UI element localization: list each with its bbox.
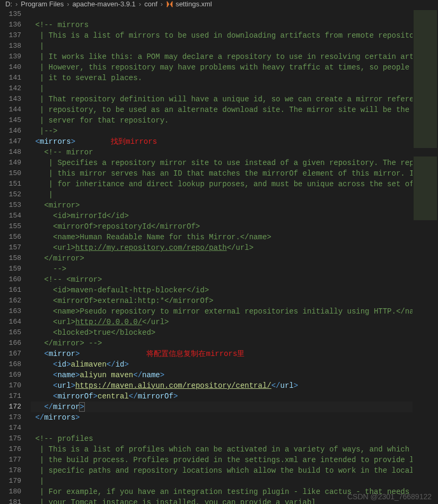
line-number: 155 <box>0 221 21 232</box>
line-number: 135 <box>0 9 21 20</box>
code-line[interactable]: <id>maven-default-http-blocker</id> <box>31 285 413 296</box>
line-number: 153 <box>0 200 21 211</box>
code-line[interactable]: | Specifies a repository mirror site to … <box>31 158 413 168</box>
line-number: 159 <box>0 264 21 274</box>
line-number: 176 <box>0 444 21 455</box>
line-number: 181 <box>0 497 21 504</box>
line-number: 138 <box>0 41 21 51</box>
code-editor-area[interactable]: <!-- mirrors | This is a list of mirrors… <box>31 8 413 504</box>
line-number: 179 <box>0 476 21 486</box>
code-line[interactable]: | However, this repository may have prob… <box>31 62 413 73</box>
line-number: 161 <box>0 285 21 296</box>
code-line[interactable]: | <box>31 189 413 200</box>
code-line[interactable]: </mirror> <box>31 253 413 264</box>
code-line[interactable]: <mirrorOf>central</mirrorOf> <box>31 391 413 402</box>
line-number: 173 <box>0 412 21 423</box>
line-number: 147 <box>0 136 21 147</box>
code-line[interactable]: | this mirror serves has an ID that matc… <box>31 168 413 179</box>
line-number: 144 <box>0 105 21 115</box>
code-line[interactable]: | specific paths and repository location… <box>31 465 413 476</box>
code-line[interactable]: | the build process. Profiles provided i… <box>31 455 413 465</box>
line-number: 137 <box>0 30 21 41</box>
code-line[interactable]: | This is a list of mirrors to be used i… <box>31 30 413 41</box>
line-number: 177 <box>0 455 21 465</box>
line-number: 164 <box>0 317 21 327</box>
code-line[interactable]: <mirror> <box>31 200 413 211</box>
line-number: 139 <box>0 51 21 62</box>
line-number: 150 <box>0 168 21 179</box>
code-line[interactable]: <!-- mirror <box>31 147 413 158</box>
line-number: 141 <box>0 73 21 83</box>
code-line[interactable]: <id>alimaven</id> <box>31 359 413 370</box>
code-line[interactable] <box>31 423 413 433</box>
code-line[interactable]: | <box>31 41 413 51</box>
code-line[interactable]: | <box>31 476 413 486</box>
line-number: 148 <box>0 147 21 158</box>
line-number: 143 <box>0 94 21 105</box>
code-line[interactable]: | That repository definition will have a… <box>31 94 413 105</box>
line-number: 152 <box>0 189 21 200</box>
code-line[interactable]: <url>https://maven.aliyun.com/repository… <box>31 380 413 391</box>
minimap[interactable] <box>413 8 438 504</box>
line-number: 140 <box>0 62 21 73</box>
code-line[interactable]: <!-- profiles <box>31 433 413 444</box>
breadcrumb[interactable]: D:› Program Files› apache-maven-3.9.1› c… <box>0 0 438 8</box>
code-line[interactable]: </mirror> --> <box>31 338 413 349</box>
line-number: 160 <box>0 274 21 285</box>
code-line[interactable]: | repository, to be used as an alternate… <box>31 105 413 115</box>
code-line[interactable]: </mirror> <box>31 402 413 412</box>
code-line[interactable]: <mirrorOf>external:http:*</mirrorOf> <box>31 296 413 306</box>
code-line[interactable]: | This is a list of profiles which can b… <box>31 444 413 455</box>
code-line[interactable] <box>31 9 413 20</box>
code-line[interactable]: <mirrorOf>repositoryId</mirrorOf> <box>31 221 413 232</box>
line-number: 154 <box>0 211 21 221</box>
code-line[interactable]: <id>mirrorId</id> <box>31 211 413 221</box>
code-line[interactable]: | <box>31 83 413 94</box>
code-line[interactable]: <url>http://0.0.0.0/</url> <box>31 317 413 327</box>
line-number: 169 <box>0 370 21 380</box>
breadcrumb-item[interactable]: conf <box>144 0 157 8</box>
breadcrumb-item[interactable]: D: <box>5 0 12 8</box>
code-line[interactable]: <!-- <mirror> <box>31 274 413 285</box>
watermark: CSDN @2301_76689122 <box>347 492 432 501</box>
line-number: 136 <box>0 20 21 30</box>
code-line[interactable]: --> <box>31 264 413 274</box>
code-line[interactable]: <mirrors> 找到mirrors <box>31 136 413 147</box>
code-line[interactable]: <name>Pseudo repository to mirror extern… <box>31 306 413 317</box>
line-number: 162 <box>0 296 21 306</box>
xml-file-icon <box>166 1 173 8</box>
code-line[interactable]: | it to several places. <box>31 73 413 83</box>
code-line[interactable]: <!-- mirrors <box>31 20 413 30</box>
line-number: 178 <box>0 465 21 476</box>
line-number: 149 <box>0 158 21 168</box>
line-number-gutter[interactable]: 1351361371381391401411421431441451461471… <box>0 8 31 504</box>
line-number: 180 <box>0 486 21 497</box>
line-number: 145 <box>0 115 21 126</box>
code-line[interactable]: </mirrors> <box>31 412 413 423</box>
breadcrumb-item[interactable]: Program Files <box>21 0 64 8</box>
code-line[interactable]: | for inheritance and direct lookup purp… <box>31 179 413 189</box>
line-number: 174 <box>0 423 21 433</box>
code-line[interactable]: <name>Human Readable Name for this Mirro… <box>31 232 413 242</box>
line-number: 151 <box>0 179 21 189</box>
code-line[interactable]: <url>http://my.repository.com/repo/path<… <box>31 242 413 253</box>
code-line[interactable]: <name>aliyun maven</name> <box>31 370 413 380</box>
breadcrumb-item[interactable]: apache-maven-3.9.1 <box>73 0 136 8</box>
line-number: 171 <box>0 391 21 402</box>
breadcrumb-file[interactable]: settings.xml <box>176 0 212 8</box>
line-number: 170 <box>0 380 21 391</box>
code-line[interactable]: | server for that repository. <box>31 115 413 126</box>
line-number: 167 <box>0 349 21 359</box>
line-number: 156 <box>0 232 21 242</box>
code-line[interactable]: <blocked>true</blocked> <box>31 327 413 338</box>
code-line[interactable]: |--> <box>31 126 413 136</box>
line-number: 146 <box>0 126 21 136</box>
line-number: 172 <box>0 402 21 412</box>
line-number: 165 <box>0 327 21 338</box>
code-line[interactable]: | It works like this: a POM may declare … <box>31 51 413 62</box>
line-number: 142 <box>0 83 21 94</box>
line-number: 163 <box>0 306 21 317</box>
line-number: 175 <box>0 433 21 444</box>
code-line[interactable]: <mirror> 将配置信息复制在mirrors里 <box>31 349 413 359</box>
line-number: 168 <box>0 359 21 370</box>
